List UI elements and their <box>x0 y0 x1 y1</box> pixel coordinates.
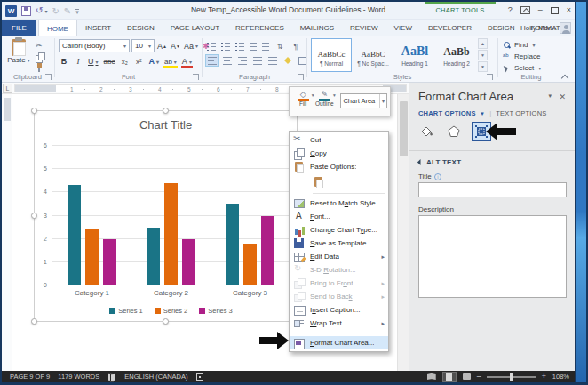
help-button[interactable]: ? <box>508 4 513 16</box>
ribbon-display-options-button[interactable] <box>520 6 530 14</box>
copy-icon[interactable] <box>36 52 44 61</box>
bold-button[interactable]: B <box>59 55 69 68</box>
web-layout-icon[interactable] <box>462 373 472 381</box>
menu-item-edit-data[interactable]: Edit Data▸ <box>290 250 388 263</box>
legend-item[interactable]: Series 3 <box>199 307 233 315</box>
fill-dropdown-icon[interactable]: ▾ <box>312 92 314 98</box>
tab-chart-options[interactable]: CHART OPTIONS ▼ <box>418 109 485 117</box>
chart-element-selector[interactable]: Chart Area ▾ <box>340 93 387 108</box>
menu-item-3-d-rotation[interactable]: 3-D Rotation... <box>290 263 388 277</box>
tab-mailings[interactable]: MAILINGS <box>292 20 342 36</box>
tab-page-layout[interactable]: PAGE LAYOUT <box>163 20 227 36</box>
legend-item[interactable]: Series 1 <box>109 307 143 315</box>
menu-item-format-chart-area[interactable]: Format Chart Area... <box>290 336 388 349</box>
menu-item-cut[interactable]: Cut <box>290 133 388 147</box>
effects-icon[interactable] <box>444 122 464 141</box>
increase-indent-icon[interactable] <box>262 43 269 51</box>
read-mode-icon[interactable] <box>427 373 437 381</box>
tab-references[interactable]: REFERENCES <box>227 20 292 36</box>
touch-mode-icon[interactable]: ✎ <box>64 5 71 17</box>
font-name-combo[interactable]: Calibri (Body)▾ <box>59 39 130 52</box>
numbering-icon[interactable] <box>221 43 230 51</box>
pane-close-icon[interactable]: ✕ <box>559 92 566 101</box>
word-count[interactable]: 1179 WORDS <box>58 373 99 381</box>
gallery-more-icon[interactable]: ▼ <box>478 61 488 72</box>
gallery-up-icon[interactable]: ▲ <box>478 38 488 49</box>
menu-item-reset-to-match-style[interactable]: Reset to Match Style <box>290 197 388 210</box>
tab-review[interactable]: REVIEW <box>342 20 386 36</box>
resize-handle[interactable] <box>163 318 169 325</box>
scrollbar-thumb[interactable] <box>400 101 408 156</box>
styles-dialog-launcher[interactable] <box>487 74 493 80</box>
chart-object[interactable]: Chart Title 0123456 Category 1Category 2… <box>34 110 298 322</box>
alt-description-textarea[interactable] <box>418 215 567 298</box>
paragraph-dialog-launcher[interactable] <box>298 74 304 80</box>
save-icon[interactable] <box>21 6 31 16</box>
subscript-button[interactable]: x₂ <box>119 55 130 68</box>
resize-handle[interactable] <box>31 318 37 325</box>
style-no-spac[interactable]: AaBbC¶ No Spac... <box>353 38 393 72</box>
bar-series-1[interactable] <box>68 185 81 285</box>
collapse-ribbon-icon[interactable] <box>561 74 568 79</box>
restore-button[interactable] <box>551 7 559 14</box>
show-hide-pilcrow-icon[interactable]: ¶ <box>290 40 301 52</box>
info-icon[interactable]: i <box>434 173 441 180</box>
tab-view[interactable]: VIEW <box>386 20 420 36</box>
style-normal[interactable]: AaBbCc¶ Normal <box>311 38 352 72</box>
font-size-combo[interactable]: 10▾ <box>131 39 155 52</box>
zoom-level[interactable]: 108% <box>552 373 569 381</box>
language-indicator[interactable]: ENGLISH (CANADA) <box>124 373 187 381</box>
zoom-slider-handle[interactable] <box>510 373 513 381</box>
resize-handle[interactable] <box>31 213 37 219</box>
tab-developer[interactable]: DEVELOPER <box>420 20 480 36</box>
alt-title-input[interactable] <box>418 182 567 197</box>
menu-item-bring-to-front[interactable]: Bring to Front▸ <box>290 277 388 290</box>
menu-item-copy[interactable]: Copy <box>290 147 388 160</box>
proofing-errors-icon[interactable] <box>107 373 116 381</box>
gallery-down-icon[interactable]: ▼ <box>478 50 488 60</box>
tab-file[interactable]: FILE <box>2 20 36 36</box>
cut-icon[interactable]: ✂ <box>36 40 44 51</box>
tab-selector[interactable]: L <box>3 84 12 93</box>
underline-button[interactable]: U▾ <box>87 55 99 68</box>
vertical-scrollbar[interactable] <box>397 94 409 371</box>
bar-series-3[interactable] <box>182 239 195 285</box>
decrease-indent-icon[interactable] <box>250 43 257 51</box>
multilevel-list-icon[interactable] <box>235 43 244 51</box>
highlight-color-button[interactable]: ab▾ <box>163 55 178 68</box>
sort-icon[interactable]: ⇅ <box>274 40 285 52</box>
zoom-in-button[interactable]: + <box>542 373 546 381</box>
bar-series-1[interactable] <box>147 228 160 285</box>
tab-home[interactable]: HOME <box>38 20 77 36</box>
menu-item-send-to-back[interactable]: Send to Back▸ <box>290 290 388 303</box>
grow-font-button[interactable]: A▲ <box>156 40 168 52</box>
zoom-slider[interactable] <box>487 376 536 378</box>
pane-menu-icon[interactable]: ▾ <box>548 92 552 100</box>
word-logo-icon[interactable]: W <box>5 5 17 17</box>
menu-item-wrap-text[interactable]: Wrap Text▸ <box>290 317 388 330</box>
fill-line-icon[interactable] <box>417 122 436 141</box>
menu-item-save-as-template[interactable]: Save as Template... <box>290 237 388 250</box>
bar-series-2[interactable] <box>164 183 178 285</box>
bullets-icon[interactable] <box>207 43 216 51</box>
paste-option-keep-formatting[interactable] <box>290 173 388 190</box>
clipboard-dialog-launcher[interactable] <box>45 74 52 80</box>
chart-title[interactable]: Chart Title <box>35 118 297 132</box>
page-indicator[interactable]: PAGE 9 OF 9 <box>10 373 50 381</box>
menu-item-change-chart-type[interactable]: Change Chart Type... <box>290 223 388 237</box>
alt-text-section-header[interactable]: ALT TEXT <box>418 158 461 166</box>
zoom-out-button[interactable]: – <box>477 373 481 381</box>
menu-item-font[interactable]: Font... <box>290 210 388 223</box>
user-account[interactable]: Holly Mor... <box>520 20 571 36</box>
shrink-font-button[interactable]: A▼ <box>170 40 181 52</box>
chart-element-dropdown-icon[interactable]: ▾ <box>379 94 385 108</box>
find-button[interactable]: Find▾ <box>503 39 541 51</box>
redo-icon[interactable]: ↻ <box>52 5 59 17</box>
fill-button[interactable]: ◇ ▾ Fill <box>292 89 314 107</box>
tab-design[interactable]: DESIGN <box>480 20 523 36</box>
align-left-button[interactable] <box>205 54 219 67</box>
text-effects-button[interactable]: A▾ <box>147 55 160 68</box>
close-button[interactable]: × <box>567 4 571 16</box>
change-case-button[interactable]: Aa▾ <box>183 40 199 52</box>
replace-button[interactable]: Replace <box>503 51 541 62</box>
